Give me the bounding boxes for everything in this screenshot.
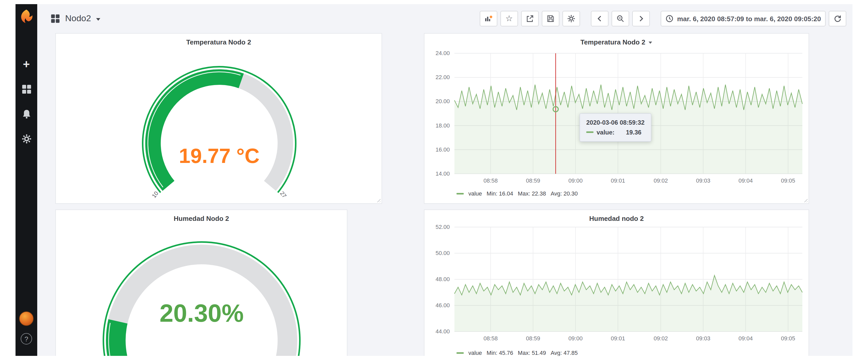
sidebar-nav: + — [20, 58, 33, 145]
series-area — [455, 275, 802, 332]
graph-tooltip: 2020-03-06 08:59:32 value: 19.36 — [580, 113, 651, 142]
x-tick-label: 08:58 — [484, 177, 498, 184]
tooltip-series-label: value: — [597, 127, 614, 137]
humidity-chart[interactable]: 52.0050.0048.0046.0044.0008:5808:5909:00… — [425, 210, 810, 356]
legend-series-name[interactable]: value — [468, 190, 482, 197]
graph-legend: value Min: 45.76 Max: 51.49 Avg: 47.85 — [457, 350, 578, 356]
x-tick-label: 09:03 — [696, 177, 710, 184]
navbar-toolbar: ☆ — [480, 11, 846, 26]
x-tick-label: 08:58 — [484, 335, 498, 342]
y-tick-label: 50.00 — [436, 250, 450, 256]
refresh-icon — [833, 14, 842, 23]
grafana-flame-icon — [18, 8, 35, 25]
sidebar: + — [16, 4, 37, 356]
y-tick-label: 46.00 — [436, 302, 450, 308]
zoom-out-button[interactable] — [612, 11, 629, 26]
x-tick-label: 09:04 — [739, 335, 753, 342]
legend-avg: Avg: 20.30 — [551, 190, 578, 197]
grafana-app: + — [16, 4, 852, 356]
navbar: Nodo2 ☆ — [37, 4, 852, 33]
gauge-min-label: 10 — [151, 190, 160, 199]
y-tick-label: 44.00 — [436, 328, 450, 335]
dashboards-icon — [22, 84, 31, 94]
sidebar-configuration-button[interactable] — [20, 132, 33, 145]
sidebar-create-button[interactable]: + — [20, 58, 33, 70]
y-tick-label: 52.00 — [436, 224, 450, 230]
chevron-down-icon — [96, 18, 100, 21]
gauge-max-label: 27 — [279, 190, 288, 199]
dashboard-title[interactable]: Nodo2 — [65, 13, 91, 24]
x-tick-label: 08:59 — [526, 335, 540, 342]
y-tick-label: 22.00 — [436, 74, 450, 81]
save-dashboard-button[interactable] — [542, 11, 559, 26]
sidebar-dashboards-button[interactable] — [20, 83, 33, 95]
panel-title-text: Temperatura Nodo 2 — [186, 38, 251, 46]
time-range-button[interactable]: mar. 6, 2020 08:57:09 to mar. 6, 2020 09… — [661, 11, 826, 26]
gauge-value: 20.30% — [159, 299, 244, 327]
help-button[interactable]: ? — [21, 333, 32, 344]
x-tick-label: 09:03 — [696, 335, 710, 342]
tooltip-time: 2020-03-06 08:59:32 — [586, 118, 645, 127]
x-tick-label: 09:00 — [568, 335, 583, 342]
time-back-button[interactable] — [591, 11, 609, 26]
series-color-dash — [457, 193, 464, 194]
share-icon — [526, 14, 534, 23]
dashboard-settings-button[interactable] — [562, 11, 580, 26]
sidebar-alerting-button[interactable] — [20, 108, 33, 120]
y-tick-label: 18.00 — [436, 122, 450, 129]
panel-humedad-graph: Humedad nodo 2 52.0050.0048.0046.0044.00… — [424, 209, 809, 356]
tooltip-series-value: 19.36 — [626, 127, 641, 137]
gauge-fill — [116, 322, 136, 356]
grafana-screenshot: + — [0, 0, 868, 360]
zoom-out-icon — [616, 14, 624, 23]
panel-title[interactable]: Humedad Nodo 2 — [56, 210, 347, 222]
x-tick-label: 09:01 — [611, 177, 625, 184]
gauge-fill — [153, 77, 241, 186]
add-panel-icon — [485, 14, 493, 23]
legend-max: Max: 51.49 — [518, 350, 546, 356]
legend-max: Max: 22.38 — [518, 190, 546, 197]
graph-legend: value Min: 16.04 Max: 22.38 Avg: 20.30 — [457, 190, 578, 197]
y-tick-label: 16.00 — [436, 146, 450, 153]
legend-avg: Avg: 47.85 — [551, 350, 578, 356]
chevron-left-icon — [595, 14, 604, 23]
plus-icon: + — [23, 58, 30, 70]
gear-icon — [567, 14, 576, 23]
refresh-button[interactable] — [829, 11, 846, 26]
bell-icon — [22, 109, 31, 119]
panel-humedad-gauge: Humedad Nodo 2 20.30% — [55, 209, 347, 356]
series-color-dash — [586, 132, 593, 133]
panel-temperatura-graph: Temperatura Nodo 2 24.0022.0020.0018.001… — [424, 33, 809, 204]
x-tick-label: 09:02 — [654, 335, 668, 342]
grafana-logo[interactable] — [18, 8, 35, 25]
dashboard-title-group[interactable]: Nodo2 — [51, 13, 100, 24]
share-dashboard-button[interactable] — [521, 11, 539, 26]
y-tick-label: 20.00 — [436, 98, 450, 104]
time-range-label: mar. 6, 2020 08:57:09 to mar. 6, 2020 09… — [677, 15, 821, 23]
y-tick-label: 24.00 — [436, 50, 450, 56]
panel-title[interactable]: Temperatura Nodo 2 — [56, 34, 381, 46]
gauge-value: 19.77 °C — [179, 144, 259, 167]
chevron-right-icon — [637, 14, 645, 23]
y-tick-label: 14.00 — [436, 171, 450, 177]
time-forward-button[interactable] — [632, 11, 650, 26]
clock-icon — [665, 14, 674, 23]
y-tick-label: 48.00 — [436, 276, 450, 282]
star-icon: ☆ — [505, 14, 513, 23]
help-icon: ? — [25, 335, 28, 343]
dashboard-grid-icon — [51, 14, 60, 23]
legend-min: Min: 45.76 — [487, 350, 514, 356]
x-tick-label: 09:04 — [739, 177, 753, 184]
legend-series-name[interactable]: value — [468, 350, 482, 356]
series-color-dash — [457, 352, 464, 354]
star-dashboard-button[interactable]: ☆ — [500, 11, 518, 26]
legend-min: Min: 16.04 — [487, 190, 514, 197]
x-tick-label: 09:00 — [568, 177, 583, 184]
save-icon — [547, 14, 555, 23]
user-avatar[interactable] — [19, 311, 34, 326]
sidebar-bottom: ? — [19, 311, 34, 344]
x-tick-label: 09:05 — [781, 177, 795, 184]
humidity-gauge: 20.30% — [56, 223, 348, 356]
add-panel-button[interactable] — [480, 11, 497, 26]
gear-icon — [22, 134, 31, 144]
